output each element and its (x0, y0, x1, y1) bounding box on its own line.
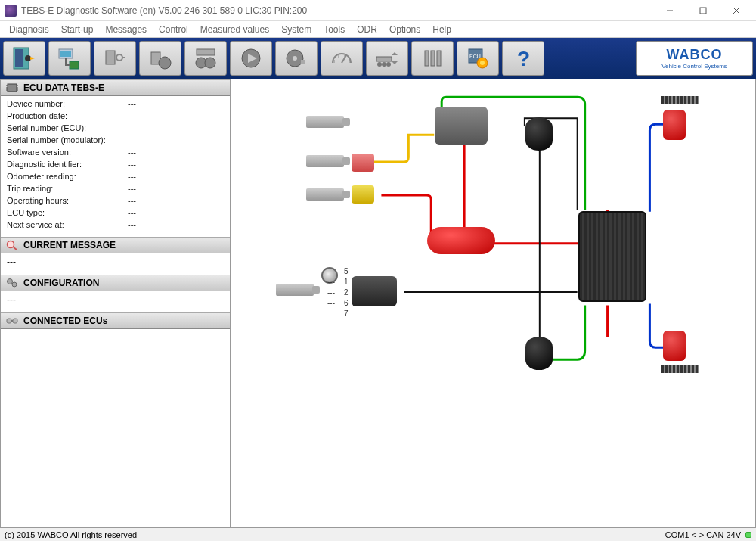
svg-point-14 (159, 57, 171, 69)
app-icon (5, 5, 17, 17)
menu-options[interactable]: Options (389, 24, 420, 35)
data-row: Production date:--- (7, 110, 224, 122)
svg-line-50 (14, 247, 17, 250)
connector-pin (306, 188, 344, 201)
port-label: 2 (344, 288, 349, 297)
vent-grate (662, 96, 699, 104)
svg-rect-22 (301, 60, 305, 64)
menu-control[interactable]: Control (159, 24, 188, 35)
distributor (352, 276, 397, 306)
schematic-wires (231, 79, 755, 527)
svg-rect-36 (437, 51, 441, 66)
svg-point-29 (377, 62, 382, 67)
svg-text:ECU: ECU (469, 54, 481, 59)
tool-play[interactable] (230, 41, 272, 76)
brake-chamber-black (525, 337, 553, 370)
svg-rect-42 (8, 84, 17, 92)
svg-point-21 (293, 56, 297, 61)
port-value: --- (327, 278, 335, 286)
menu-messages[interactable]: Messages (105, 24, 147, 35)
section-title: ECU DATA TEBS-E (23, 82, 104, 93)
port-label: 6 (344, 299, 349, 307)
brand-logo: WABCO Vehicle Control Systems (636, 41, 753, 76)
window-title: TEBS-E Diagnostic Software (en) V5.00 24… (21, 5, 653, 16)
connector-pin (306, 155, 344, 167)
svg-point-40 (480, 61, 485, 65)
section-connected-ecus-header[interactable]: CONNECTED ECUs (1, 312, 230, 329)
svg-point-12 (116, 54, 122, 61)
valve-red (352, 154, 374, 172)
menu-help[interactable]: Help (432, 24, 451, 35)
copyright-text: (c) 2015 WABCO All rights reserved (5, 530, 665, 539)
close-button[interactable] (720, 0, 753, 21)
tool-exit[interactable] (3, 41, 45, 76)
section-title: CONNECTED ECUs (23, 316, 107, 326)
valve-yellow (352, 185, 374, 204)
svg-rect-17 (197, 49, 215, 55)
brand-subtitle: Vehicle Control Systems (662, 63, 727, 70)
brake-chamber-red (663, 110, 686, 140)
tool-device[interactable] (94, 41, 136, 76)
port-value: --- (327, 299, 335, 307)
menu-bar: Diagnosis Start-up Messages Control Meas… (0, 21, 756, 38)
svg-point-16 (205, 58, 215, 68)
maximize-button[interactable] (686, 0, 720, 21)
ecu-data-body: Device number:--- Production date:--- Se… (1, 96, 230, 237)
section-ecu-data-header[interactable]: ECU DATA TEBS-E (1, 79, 230, 96)
menu-system[interactable]: System (281, 24, 311, 35)
toolbar: ECU ? WABCO Vehicle Control Systems (0, 38, 756, 79)
svg-rect-54 (13, 319, 17, 323)
data-row: Trip reading:--- (7, 182, 224, 194)
svg-rect-35 (431, 51, 435, 66)
svg-marker-32 (392, 52, 398, 55)
minimize-button[interactable] (653, 0, 686, 21)
section-configuration-header[interactable]: CONFIGURATION (1, 275, 230, 291)
section-title: CONFIGURATION (23, 278, 99, 288)
configuration-value: --- (7, 294, 16, 305)
gears-icon (5, 278, 19, 288)
connector-pin (306, 116, 344, 128)
compressor (435, 107, 488, 145)
tool-help[interactable]: ? (502, 41, 544, 76)
port-label: 7 (344, 309, 349, 318)
svg-point-49 (8, 241, 14, 248)
data-row: ECU type:--- (7, 207, 224, 219)
section-current-message-header[interactable]: CURRENT MESSAGE (1, 237, 230, 253)
menu-measured-values[interactable]: Measured values (200, 24, 269, 35)
svg-rect-53 (7, 319, 11, 323)
svg-point-6 (25, 55, 31, 61)
tool-ecu-settings[interactable]: ECU (457, 41, 499, 76)
data-row: Serial number (ECU):--- (7, 122, 224, 134)
svg-text:?: ? (517, 47, 530, 70)
section-title: CURRENT MESSAGE (23, 240, 116, 250)
port-label: 5 (344, 267, 349, 275)
svg-marker-7 (30, 57, 35, 60)
connection-status: COM1 <-> CAN 24V (665, 530, 741, 539)
tool-connect-ecu[interactable] (48, 41, 91, 76)
menu-tools[interactable]: Tools (324, 24, 345, 35)
brake-chamber-red (663, 331, 686, 361)
connected-ecus-body (1, 329, 230, 341)
connection-led-icon (745, 532, 751, 538)
menu-odr[interactable]: ODR (357, 24, 377, 35)
tool-levels[interactable] (411, 41, 454, 76)
data-row: Diagnostic identifier:--- (7, 158, 224, 170)
tool-trailer-up[interactable] (366, 41, 408, 76)
svg-rect-5 (15, 49, 23, 67)
brake-chamber-black (525, 117, 553, 151)
tool-dual-wheel[interactable] (184, 41, 227, 76)
tool-disc[interactable] (275, 41, 318, 76)
content-area: ECU DATA TEBS-E Device number:--- Produc… (0, 79, 756, 527)
data-row: Next service at:--- (7, 219, 224, 231)
menu-diagnosis[interactable]: Diagnosis (9, 24, 49, 35)
tool-gauge[interactable] (321, 41, 363, 76)
svg-rect-10 (70, 61, 79, 69)
link-icon (5, 316, 19, 326)
svg-point-30 (382, 62, 386, 67)
menu-startup[interactable]: Start-up (61, 24, 94, 35)
schematic-diagram: 5 --- 1 --- 2 --- 6 7 (231, 79, 755, 527)
tool-wheel[interactable] (139, 41, 181, 76)
side-panel: ECU DATA TEBS-E Device number:--- Produc… (1, 79, 231, 527)
configuration-body: --- (1, 291, 230, 312)
svg-rect-9 (60, 51, 71, 57)
